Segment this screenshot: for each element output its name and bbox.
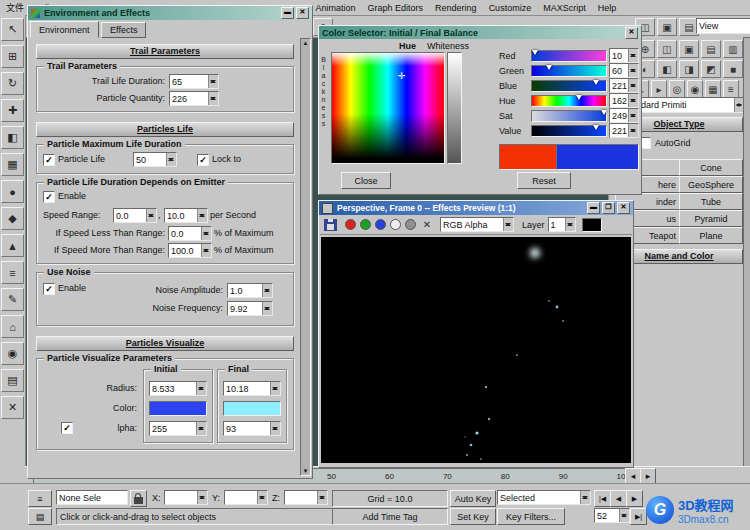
speed-range-min-field[interactable]: 0.0	[113, 208, 157, 223]
select-icon[interactable]	[1, 18, 24, 41]
value-value-field[interactable]: 221	[609, 123, 639, 138]
particles-visualize-rollout[interactable]: Particles Visualize	[36, 336, 294, 351]
menu-maxscript[interactable]: MAXScript	[537, 2, 592, 14]
green-slider[interactable]	[531, 65, 607, 77]
sat-slider[interactable]	[531, 110, 607, 122]
object-button-tube[interactable]: Tube	[679, 193, 743, 210]
toolbar-icon[interactable]	[1, 207, 24, 230]
slider-marker[interactable]	[576, 95, 582, 100]
spinner[interactable]	[628, 64, 638, 77]
spinner[interactable]	[628, 79, 638, 92]
timeline-scroll-button[interactable]: ▸	[640, 468, 656, 484]
layer-field[interactable]: 1	[548, 217, 576, 232]
key-filters-button[interactable]: Key Filters...	[497, 508, 565, 525]
auto-key-button[interactable]: Auto Key	[450, 490, 496, 507]
maximize-icon[interactable]: ❐	[602, 202, 615, 214]
trail-life-field[interactable]: 65	[169, 74, 219, 89]
align-icon[interactable]: ▣	[657, 18, 677, 36]
blue-slider[interactable]	[531, 80, 607, 92]
z-coordinate-field[interactable]	[284, 490, 328, 505]
menu-customize[interactable]: Customize	[483, 2, 538, 14]
add-time-tag[interactable]: Add Time Tag	[332, 508, 448, 525]
initial-color-swatch[interactable]	[149, 401, 207, 416]
toolbar-icon[interactable]	[1, 234, 24, 257]
hue-blackness-picker[interactable]: ✛	[331, 52, 445, 164]
toolbar-icon[interactable]	[1, 396, 24, 419]
save-icon[interactable]	[324, 219, 337, 231]
green-value-field[interactable]: 60	[609, 63, 639, 78]
utilities-tab-icon[interactable]: ≡	[723, 80, 739, 98]
spinner[interactable]	[262, 302, 272, 315]
radius-final-field[interactable]: 10.18	[223, 381, 281, 396]
toolbar-icon[interactable]	[1, 288, 24, 311]
next-frame-button[interactable]: ▶|	[630, 508, 647, 525]
selection-set-field[interactable]: None Sele	[56, 490, 128, 505]
close-icon[interactable]: ✕	[625, 27, 638, 39]
spinner[interactable]	[196, 382, 206, 395]
speed-more-field[interactable]: 100.0	[168, 243, 212, 258]
mini-listener-button[interactable]: ▤	[28, 508, 52, 525]
close-icon[interactable]: ✕	[617, 202, 630, 214]
white-channel-icon[interactable]	[390, 219, 401, 230]
final-color-swatch[interactable]	[223, 401, 281, 416]
tab-environment[interactable]: Environment	[30, 21, 99, 38]
red-channel-icon[interactable]	[345, 219, 356, 230]
red-value-field[interactable]: 10	[609, 48, 639, 63]
play-button[interactable]: ▶	[626, 490, 643, 507]
name-and-color-rollout[interactable]: Name and Color	[615, 249, 743, 264]
alpha-initial-field[interactable]: 255	[149, 421, 207, 436]
spinner[interactable]	[201, 244, 211, 257]
view-combo[interactable]: View	[696, 18, 750, 34]
menu-animation[interactable]: Animation	[310, 2, 362, 14]
enable-checkbox[interactable]	[43, 191, 55, 203]
blue-channel-icon[interactable]	[375, 219, 386, 230]
object-button-pyramid[interactable]: Pyramid	[679, 210, 743, 227]
alpha-final-field[interactable]: 93	[223, 421, 281, 436]
object-button-plane[interactable]: Plane	[679, 227, 743, 244]
whiteness-strip[interactable]	[447, 52, 462, 164]
channel-combo[interactable]: RGB Alpha	[440, 217, 514, 232]
color-selector-titlebar[interactable]: Color Selector: Initial / Final Balance …	[319, 26, 641, 39]
spinner[interactable]	[628, 124, 638, 137]
spinner[interactable]	[208, 75, 218, 88]
spinner[interactable]	[197, 491, 207, 504]
selection-lock-button[interactable]	[130, 490, 147, 507]
sat-value-field[interactable]: 249	[609, 108, 639, 123]
spinner[interactable]	[619, 509, 629, 522]
toolbar-icon[interactable]	[1, 369, 24, 392]
minimize-icon[interactable]: ▬	[587, 202, 600, 214]
panel-icon[interactable]: ◨	[679, 60, 699, 78]
toolbar-icon[interactable]	[1, 72, 24, 95]
preview-viewport[interactable]	[321, 237, 631, 463]
slider-marker[interactable]	[593, 80, 599, 85]
spinner[interactable]	[201, 227, 211, 240]
toolbar-icon[interactable]	[1, 126, 24, 149]
spinner[interactable]	[565, 218, 575, 231]
clear-icon[interactable]: ✕	[420, 217, 434, 233]
object-button-geosphere[interactable]: GeoSphere	[679, 176, 743, 193]
panel-icon[interactable]: ▥	[723, 40, 743, 58]
red-slider[interactable]	[531, 50, 607, 62]
logo-url[interactable]: 3Dmax8.cn	[678, 514, 734, 525]
blue-value-field[interactable]: 221	[609, 78, 639, 93]
panel-icon[interactable]: ◫	[657, 40, 677, 58]
spinner[interactable]	[270, 382, 280, 395]
reset-button[interactable]: Reset	[517, 172, 571, 189]
panel-icon[interactable]: ◩	[701, 60, 721, 78]
balance-swatch-left[interactable]	[499, 144, 558, 170]
spinner[interactable]	[196, 422, 206, 435]
menu-rendering[interactable]: Rendering	[429, 2, 483, 14]
toolbar-icon[interactable]	[1, 99, 24, 122]
key-mode-combo[interactable]: Selected	[497, 490, 591, 505]
panel-icon[interactable]: ◧	[657, 60, 677, 78]
close-icon[interactable]: ✕	[296, 7, 309, 19]
panel-scrollbar[interactable]	[743, 37, 750, 467]
spinner[interactable]	[208, 92, 218, 105]
dialog-scrollbar[interactable]: ▲ ▼	[300, 38, 311, 476]
spinner[interactable]	[628, 109, 638, 122]
spinner[interactable]	[270, 422, 280, 435]
speed-less-field[interactable]: 0.0	[168, 226, 212, 241]
x-coordinate-field[interactable]	[164, 490, 208, 505]
noise-amplitude-field[interactable]: 1.0	[227, 283, 273, 298]
toolbar-icon[interactable]	[1, 261, 24, 284]
